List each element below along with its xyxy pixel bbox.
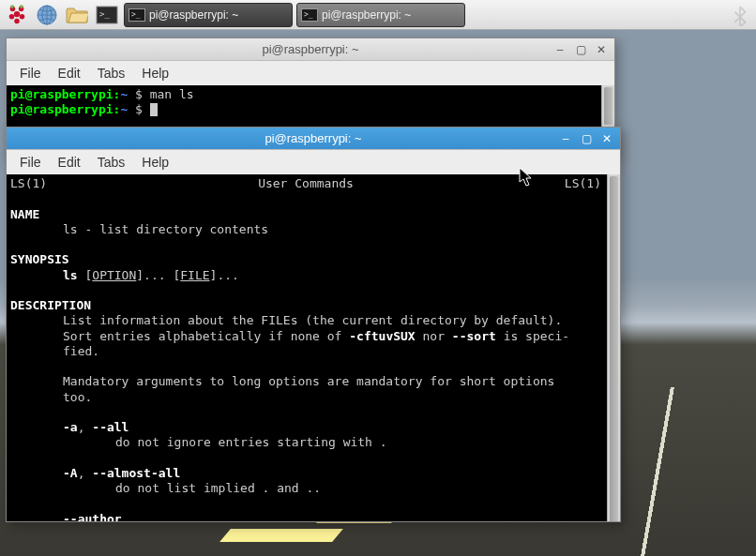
menu-edit[interactable]: Edit: [51, 153, 88, 172]
start-menu-icon[interactable]: [4, 2, 30, 28]
taskbar-button-terminal-2[interactable]: pi@raspberrypi: ~: [296, 3, 465, 27]
menu-file[interactable]: File: [12, 64, 49, 83]
menubar: File Edit Tabs Help: [7, 150, 620, 174]
man-section-description: DESCRIPTION: [10, 298, 616, 313]
window-title: pi@raspberrypi: ~: [7, 131, 620, 145]
svg-point-5: [14, 18, 20, 23]
man-header-right: LS(1): [565, 176, 601, 191]
minimize-button[interactable]: –: [551, 42, 569, 57]
svg-point-2: [14, 10, 20, 16]
menu-file[interactable]: File: [12, 153, 49, 172]
terminal-window-foreground[interactable]: pi@raspberrypi: ~ – ▢ ✕ File Edit Tabs H…: [6, 127, 621, 522]
taskbar: >_ pi@raspberrypi: ~ pi@raspberrypi: ~: [0, 0, 756, 30]
web-browser-icon[interactable]: [34, 2, 60, 28]
svg-point-3: [9, 14, 15, 19]
man-header-center: User Commands: [258, 176, 354, 191]
cursor-block: [150, 103, 158, 116]
menu-tabs[interactable]: Tabs: [90, 153, 133, 172]
menu-tabs[interactable]: Tabs: [90, 64, 133, 83]
close-button[interactable]: ✕: [597, 131, 616, 146]
file-manager-icon[interactable]: [64, 2, 90, 28]
man-name-desc: ls - list directory contents: [10, 222, 616, 237]
man-section-name: NAME: [10, 207, 616, 222]
maximize-button[interactable]: ▢: [571, 42, 590, 57]
taskbar-button-label: pi@raspberrypi: ~: [149, 8, 238, 22]
man-header-left: LS(1): [10, 176, 47, 191]
maximize-button[interactable]: ▢: [577, 131, 596, 146]
minimize-button[interactable]: –: [556, 131, 575, 146]
taskbar-button-terminal-1[interactable]: pi@raspberrypi: ~: [124, 3, 293, 27]
menubar: File Edit Tabs Help: [7, 61, 614, 85]
prompt-user: pi@raspberrypi: [10, 87, 113, 101]
prompt-user: pi@raspberrypi: [10, 102, 113, 116]
menu-help[interactable]: Help: [134, 64, 176, 83]
menu-edit[interactable]: Edit: [51, 64, 88, 83]
taskbar-button-label: pi@raspberrypi: ~: [322, 8, 411, 22]
man-desc-line: List information about the FILEs (the cu…: [10, 313, 616, 328]
titlebar[interactable]: pi@raspberrypi: ~ – ▢ ✕: [7, 38, 614, 61]
man-page-content[interactable]: LS(1) User Commands LS(1) NAME ls - list…: [7, 174, 620, 521]
titlebar[interactable]: pi@raspberrypi: ~ – ▢ ✕: [7, 128, 620, 150]
menu-help[interactable]: Help: [134, 153, 176, 172]
close-button[interactable]: ✕: [592, 42, 611, 57]
bluetooth-icon[interactable]: [732, 6, 748, 30]
scrollbar[interactable]: [607, 174, 620, 521]
window-title: pi@raspberrypi: ~: [7, 42, 614, 56]
man-desc-line: Mandatory arguments to long options are …: [10, 374, 616, 389]
command-text: man ls: [150, 87, 194, 101]
svg-point-4: [20, 14, 25, 19]
terminal-launcher-icon[interactable]: >_: [94, 2, 120, 28]
man-section-synopsis: SYNOPSIS: [10, 252, 616, 267]
svg-text:>_: >_: [99, 9, 110, 19]
